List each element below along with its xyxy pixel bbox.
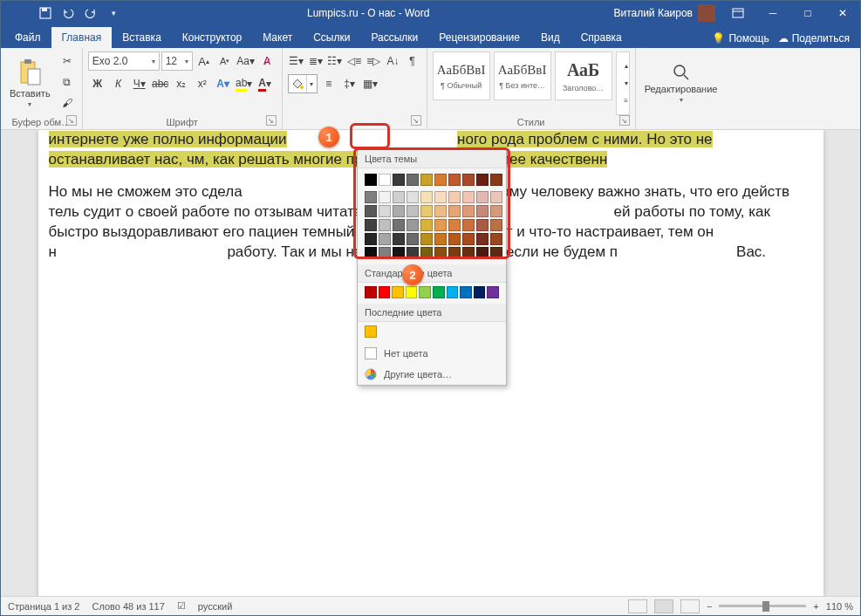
color-swatch[interactable]: [420, 247, 433, 259]
zoom-level[interactable]: 110 %: [826, 601, 853, 612]
redo-icon[interactable]: [81, 3, 100, 23]
styles-more-icon[interactable]: ≡: [617, 93, 636, 109]
styles-down-icon[interactable]: ▾: [617, 76, 636, 92]
close-button[interactable]: ✕: [825, 1, 860, 25]
font-size-combo[interactable]: 12▾: [161, 51, 193, 71]
color-swatch[interactable]: [393, 219, 405, 231]
shading-dropdown-arrow[interactable]: ▾: [306, 75, 317, 92]
style-heading[interactable]: АаБЗаголово…: [555, 51, 612, 100]
format-painter-icon[interactable]: 🖌: [58, 93, 77, 113]
color-swatch[interactable]: [476, 205, 489, 217]
bold-button[interactable]: Ж: [88, 74, 107, 93]
styles-launcher[interactable]: ↘: [619, 115, 630, 126]
style-normal[interactable]: АаБбВвI¶ Обычный: [433, 51, 490, 100]
web-layout-icon[interactable]: [680, 599, 700, 613]
numbering-icon[interactable]: ≣▾: [307, 51, 325, 71]
bullets-icon[interactable]: ☰▾: [288, 51, 305, 71]
color-swatch[interactable]: [434, 205, 447, 217]
color-swatch[interactable]: [407, 219, 419, 231]
grow-font-icon[interactable]: A▴: [195, 51, 214, 71]
language-indicator[interactable]: русский: [198, 601, 232, 612]
color-swatch[interactable]: [407, 205, 419, 217]
superscript-button[interactable]: x²: [193, 74, 212, 93]
paste-button[interactable]: Вставить ▾: [6, 51, 54, 115]
shrink-font-icon[interactable]: A▾: [215, 51, 235, 71]
color-swatch[interactable]: [393, 174, 405, 186]
color-swatch[interactable]: [476, 233, 489, 245]
subscript-button[interactable]: x₂: [172, 74, 191, 93]
borders-icon[interactable]: ▦▾: [361, 74, 380, 93]
find-button[interactable]: Редактирование ▾: [641, 61, 721, 106]
zoom-in-button[interactable]: +: [813, 601, 818, 612]
color-swatch[interactable]: [448, 219, 461, 231]
qat-more-icon[interactable]: ▾: [104, 3, 123, 23]
tab-mailings[interactable]: Рассылки: [360, 27, 428, 48]
copy-icon[interactable]: ⧉: [58, 72, 77, 92]
change-case-icon[interactable]: Aa▾: [236, 51, 256, 71]
color-swatch[interactable]: [365, 286, 377, 298]
undo-icon[interactable]: [58, 3, 78, 23]
zoom-out-button[interactable]: −: [707, 601, 712, 612]
color-swatch[interactable]: [447, 286, 459, 298]
color-swatch[interactable]: [407, 191, 419, 203]
color-swatch[interactable]: [420, 191, 433, 203]
tab-layout[interactable]: Макет: [252, 27, 303, 48]
tab-insert[interactable]: Вставка: [112, 27, 172, 48]
color-swatch[interactable]: [420, 174, 433, 186]
color-swatch[interactable]: [379, 191, 391, 203]
color-swatch[interactable]: [476, 219, 489, 231]
color-swatch[interactable]: [476, 174, 489, 186]
style-nospacing[interactable]: АаБбВвI¶ Без инте…: [494, 51, 551, 100]
color-swatch[interactable]: [462, 191, 475, 203]
ribbon-options-icon[interactable]: [721, 1, 755, 25]
user-area[interactable]: Виталий Каиров: [613, 4, 721, 22]
cut-icon[interactable]: ✂: [58, 51, 77, 71]
color-swatch[interactable]: [487, 286, 499, 298]
increase-indent-icon[interactable]: ≡▷: [365, 51, 382, 71]
tab-file[interactable]: Файл: [4, 27, 51, 48]
color-swatch[interactable]: [419, 286, 431, 298]
color-swatch[interactable]: [490, 191, 502, 203]
word-count[interactable]: Слово 48 из 117: [92, 601, 164, 612]
color-swatch[interactable]: [365, 174, 377, 186]
color-swatch[interactable]: [476, 191, 489, 203]
color-swatch[interactable]: [420, 233, 433, 245]
more-colors-item[interactable]: Другие цвета…: [358, 364, 506, 385]
color-swatch[interactable]: [462, 205, 475, 217]
color-swatch[interactable]: [379, 286, 391, 298]
sort-icon[interactable]: A↓: [384, 51, 401, 71]
color-swatch[interactable]: [365, 247, 377, 259]
no-color-item[interactable]: Нет цвета: [358, 343, 506, 364]
color-swatch[interactable]: [474, 286, 486, 298]
line-spacing-icon[interactable]: ‡▾: [340, 74, 359, 93]
font-launcher[interactable]: ↘: [266, 115, 277, 126]
tab-references[interactable]: Ссылки: [303, 27, 360, 48]
tab-help[interactable]: Справка: [571, 27, 632, 48]
text-effects-icon[interactable]: A▾: [214, 74, 233, 93]
color-swatch[interactable]: [407, 233, 419, 245]
color-swatch[interactable]: [365, 205, 377, 217]
clear-format-icon[interactable]: A̷: [257, 51, 277, 71]
tab-view[interactable]: Вид: [530, 27, 571, 48]
color-swatch[interactable]: [434, 191, 447, 203]
clipboard-launcher[interactable]: ↘: [66, 115, 77, 126]
share-button[interactable]: ☁ Поделиться: [778, 32, 850, 44]
help-button[interactable]: 💡 Помощь: [712, 32, 769, 44]
color-swatch[interactable]: [448, 205, 461, 217]
color-swatch[interactable]: [462, 233, 475, 245]
color-swatch[interactable]: [434, 174, 447, 186]
color-swatch[interactable]: [448, 174, 461, 186]
color-swatch[interactable]: [365, 233, 377, 245]
color-swatch[interactable]: [393, 205, 405, 217]
color-swatch[interactable]: [365, 191, 377, 203]
save-icon[interactable]: [36, 3, 55, 23]
color-swatch[interactable]: [476, 247, 489, 259]
minimize-button[interactable]: ─: [755, 1, 790, 25]
color-swatch[interactable]: [379, 247, 391, 259]
color-swatch[interactable]: [462, 219, 475, 231]
color-swatch[interactable]: [434, 219, 447, 231]
styles-up-icon[interactable]: ▴: [617, 58, 636, 74]
color-swatch[interactable]: [490, 174, 502, 186]
color-swatch[interactable]: [420, 205, 433, 217]
font-name-combo[interactable]: Exo 2.0▾: [88, 51, 160, 71]
